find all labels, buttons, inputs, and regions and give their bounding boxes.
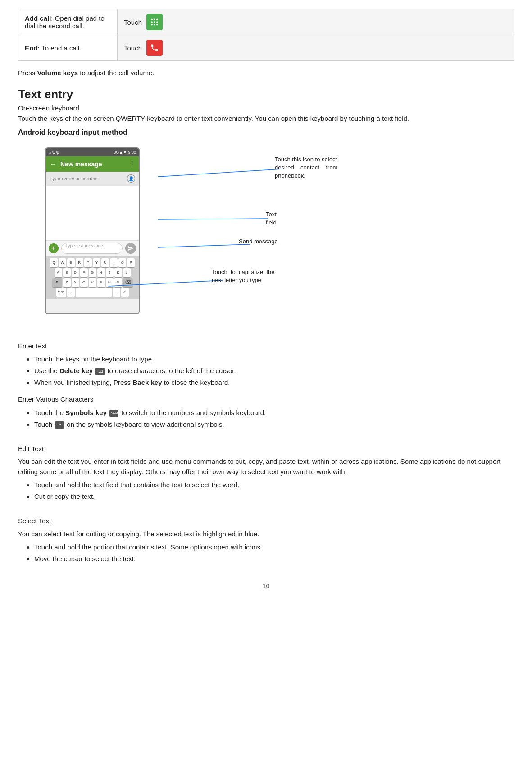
key-n[interactable]: N (106, 278, 114, 287)
key-z[interactable]: Z (63, 278, 71, 287)
volume-note: Press Volume keys to adjust the call vol… (18, 69, 514, 77)
comma-key[interactable]: , (67, 288, 75, 297)
keyboard-row-1: Q W E R T Y U I O P (47, 258, 138, 267)
key-f[interactable]: F (80, 268, 88, 277)
add-call-touch: Touch (124, 14, 507, 30)
select-text-section: Select Text You can select text for cutt… (18, 516, 514, 564)
enter-text-bullets: Touch the keys on the keyboard to type. … (34, 354, 514, 388)
edit-text-section: Edit Text You can edit the text you ente… (18, 444, 514, 503)
list-item: Touch and hold the portion that contains… (34, 542, 514, 553)
end-call-icon[interactable] (146, 40, 163, 56)
type-bar: + Type text message (46, 240, 139, 256)
enter-text-section: Enter text Touch the keys on the keyboar… (18, 341, 514, 389)
add-call-touch-label: Touch (124, 18, 142, 26)
key-o[interactable]: O (118, 258, 126, 267)
capitalize-annotation: Touch to capitalize thenext letter you t… (212, 268, 274, 284)
key-r[interactable]: R (76, 258, 83, 267)
key-u[interactable]: U (101, 258, 109, 267)
status-left: ⌂ ψ ψ (49, 150, 59, 155)
list-item: Cut or copy the text. (34, 491, 514, 502)
svg-line-11 (158, 244, 250, 247)
key-p[interactable]: P (127, 258, 135, 267)
svg-point-6 (151, 24, 153, 25)
key-q[interactable]: Q (50, 258, 58, 267)
key-x[interactable]: X (72, 278, 79, 287)
svg-point-1 (154, 19, 155, 20)
key-j[interactable]: J (106, 268, 114, 277)
back-key-label: Back key (132, 379, 162, 386)
symbols-key-icon: ?123 (109, 410, 118, 417)
keyboard-diagram: ⌂ ψ ψ 3G▲▼ 9:30 ← New message ⋮ Type nam… (18, 143, 514, 332)
list-item: Use the Delete key ⌫ to erase characters… (34, 366, 514, 376)
edit-text-title: Edit Text (18, 444, 514, 454)
send-message-annotation: Send message (239, 238, 278, 246)
table-row: Add call: Open dial pad to dial the seco… (18, 9, 514, 35)
to-field[interactable]: Type name or number 👤 (46, 172, 139, 186)
add-call-bold: Add call (25, 14, 51, 22)
android-keyboard-title: Android keyboard input method (18, 128, 514, 137)
space-key[interactable] (76, 288, 112, 297)
key-d[interactable]: D (72, 268, 79, 277)
section-title-text-entry: Text entry (18, 87, 514, 101)
edit-text-desc: You can edit the text you enter in text … (18, 457, 514, 477)
action-bar-title: New message (60, 160, 125, 168)
to-input-placeholder: Type name or number (50, 176, 124, 181)
list-item: Touch =\< on the symbols keyboard to vie… (34, 419, 514, 430)
key-v[interactable]: V (89, 278, 96, 287)
key-g[interactable]: G (89, 268, 96, 277)
attach-icon[interactable]: + (49, 243, 59, 253)
delete-key-icon: ⌫ (95, 368, 105, 375)
alt-symbols-icon: =\< (55, 421, 64, 429)
list-item: When you finished typing, Press Back key… (34, 377, 514, 388)
list-item: Move the cursor to select the text. (34, 553, 514, 564)
list-item: Touch the keys on the keyboard to type. (34, 354, 514, 365)
end-call-description: End: To end a call. (18, 35, 118, 61)
end-call-bold: End: (25, 44, 40, 52)
key-w[interactable]: W (59, 258, 66, 267)
phone-action-bar: ← New message ⋮ (46, 156, 139, 172)
emoji-key[interactable]: ☺ (121, 288, 129, 297)
key-c[interactable]: C (80, 278, 88, 287)
key-m[interactable]: M (114, 278, 122, 287)
list-item: Touch and hold the text field that conta… (34, 480, 514, 490)
end-call-touch: Touch (124, 40, 507, 56)
edit-text-bullets: Touch and hold the text field that conta… (34, 480, 514, 502)
on-screen-keyboard[interactable]: Q W E R T Y U I O P A S D F G H J K L (46, 256, 139, 299)
type-msg-placeholder: Type text message (65, 243, 103, 248)
enter-text-title: Enter text (18, 341, 514, 352)
more-options-icon: ⋮ (129, 160, 135, 168)
message-area (46, 186, 139, 240)
text-field-annotation: Textfield (266, 210, 277, 227)
key-e[interactable]: E (67, 258, 75, 267)
phone-status-bar: ⌂ ψ ψ 3G▲▼ 9:30 (46, 148, 139, 156)
type-message-input[interactable]: Type text message (61, 243, 123, 254)
various-chars-section: Enter Various Characters Touch the Symbo… (18, 394, 514, 430)
page-number: 10 (18, 582, 514, 590)
key-a[interactable]: A (55, 268, 62, 277)
add-call-icon[interactable] (146, 14, 163, 30)
period-key[interactable]: . (113, 288, 120, 297)
key-i[interactable]: I (110, 258, 118, 267)
svg-point-0 (151, 19, 153, 20)
key-k[interactable]: K (114, 268, 122, 277)
key-t[interactable]: T (84, 258, 92, 267)
phone-screenshot: ⌂ ψ ψ 3G▲▼ 9:30 ← New message ⋮ Type nam… (45, 147, 140, 314)
back-arrow-icon: ← (50, 160, 57, 168)
key-y[interactable]: Y (93, 258, 100, 267)
svg-point-2 (156, 19, 158, 20)
key-s[interactable]: S (63, 268, 71, 277)
symbols-key[interactable]: ?123 (56, 288, 66, 297)
volume-note-suffix: to adjust the call volume. (78, 69, 154, 77)
key-h[interactable]: H (97, 268, 105, 277)
send-button[interactable] (125, 243, 136, 254)
select-text-bullets: Touch and hold the portion that contains… (34, 542, 514, 564)
key-l[interactable]: L (123, 268, 131, 277)
volume-keys-bold: Volume keys (37, 69, 78, 77)
key-b[interactable]: B (97, 278, 105, 287)
end-call-action-cell: Touch (118, 35, 514, 61)
shift-key[interactable]: ⬆ (52, 278, 62, 287)
delete-key[interactable]: ⌫ (123, 278, 133, 287)
contact-icon[interactable]: 👤 (127, 174, 135, 183)
symbols-key-label: Symbols key (65, 409, 107, 416)
add-call-description: Add call: Open dial pad to dial the seco… (18, 9, 118, 35)
